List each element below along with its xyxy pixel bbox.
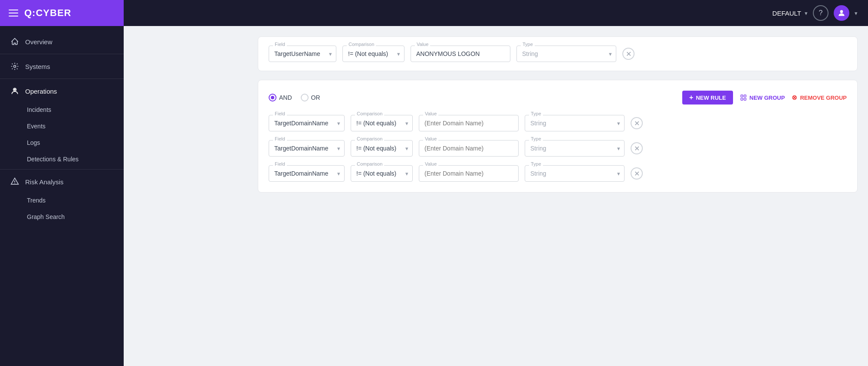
rule1-type-select[interactable]: String [525, 115, 625, 131]
top-value-input[interactable] [411, 46, 510, 62]
rule3-value-wrapper: Value [419, 165, 519, 182]
home-icon [10, 37, 19, 46]
rule1-type-label: Type [529, 111, 543, 116]
sidebar-item-label-operations: Operations [25, 88, 57, 95]
sidebar-item-detections-rules[interactable]: Detections & Rules [0, 151, 124, 167]
rule3-type-wrapper: Type String [525, 165, 625, 182]
sidebar-item-events[interactable]: Events [0, 118, 124, 134]
radio-group: AND OR [269, 94, 320, 101]
topbar-avatar-chevron-icon[interactable]: ▾ [855, 10, 858, 16]
top-field-wrapper: Field TargetUserName [269, 46, 336, 62]
radio-and-label: AND [279, 94, 292, 101]
rule2-remove-button[interactable]: ✕ [631, 142, 643, 154]
top-comparison-label: Comparison [347, 42, 376, 47]
rule1-value-label: Value [423, 111, 438, 116]
rule-row-3: Field TargetDomainName Comparison != (No… [269, 165, 847, 182]
risk-analysis-icon [10, 177, 19, 186]
sidebar-header: Q:CYBER [0, 0, 124, 26]
rule1-field-select[interactable]: TargetDomainName [269, 115, 345, 131]
rule2-field-select[interactable]: TargetDomainName [269, 140, 345, 157]
rule2-value-label: Value [423, 136, 438, 141]
rule2-field-wrapper: Field TargetDomainName [269, 140, 345, 157]
topbar-default-chevron-icon: ▾ [805, 10, 808, 16]
new-rule-button[interactable]: + NEW RULE [682, 91, 733, 105]
top-remove-button[interactable]: ✕ [622, 48, 635, 60]
new-group-button[interactable]: NEW GROUP [740, 94, 785, 101]
sidebar-item-operations[interactable]: Operations [0, 81, 124, 101]
svg-point-0 [14, 65, 16, 68]
rule2-value-input[interactable] [419, 140, 519, 157]
topbar: DEFAULT ▾ ? ▾ [124, 0, 868, 26]
rule3-comparison-wrapper: Comparison != (Not equals) [351, 165, 413, 182]
rule3-value-input[interactable] [419, 165, 519, 182]
sidebar-item-label-risk-analysis: Risk Analysis [25, 178, 63, 186]
rule3-comparison-select[interactable]: != (Not equals) [351, 165, 413, 182]
sidebar-item-logs[interactable]: Logs [0, 134, 124, 151]
sidebar-item-incidents[interactable]: Incidents [0, 101, 124, 118]
rule1-field-wrapper: Field TargetDomainName [269, 115, 345, 131]
group-header: AND OR + NEW RULE NEW GROUP [269, 91, 847, 105]
user-icon [837, 9, 846, 17]
topbar-default-selector[interactable]: DEFAULT ▾ [773, 10, 808, 17]
remove-group-icon: ⊗ [792, 94, 797, 101]
rule2-field-label: Field [273, 136, 287, 141]
radio-and[interactable]: AND [269, 94, 292, 101]
rule2-comparison-label: Comparison [355, 136, 384, 141]
hamburger-menu-icon[interactable] [9, 10, 18, 16]
app-logo: Q:CYBER [24, 7, 71, 19]
rule-row-1: Field TargetDomainName Comparison != (No… [269, 115, 847, 131]
sidebar-item-label-systems: Systems [25, 63, 50, 70]
top-rule-row: Field TargetUserName Comparison != (Not … [269, 46, 847, 62]
top-type-select[interactable]: String [516, 46, 616, 62]
rule1-comparison-wrapper: Comparison != (Not equals) [351, 115, 413, 131]
top-comparison-select[interactable]: != (Not equals) [342, 46, 404, 62]
rule-group-card: AND OR + NEW RULE NEW GROUP [258, 80, 858, 193]
remove-group-button[interactable]: ⊗ REMOVE GROUP [792, 94, 847, 101]
svg-rect-6 [741, 98, 743, 100]
radio-or-label: OR [311, 94, 320, 101]
rule1-comparison-label: Comparison [355, 111, 384, 116]
new-group-icon [740, 94, 747, 101]
top-field-label: Field [273, 42, 287, 47]
rule1-value-input[interactable] [419, 115, 519, 131]
topbar-avatar[interactable] [834, 5, 849, 21]
svg-rect-7 [744, 98, 746, 100]
rule1-remove-button[interactable]: ✕ [631, 117, 643, 129]
sidebar-nav: Overview Systems Operations Incidents Ev… [0, 26, 124, 366]
rule2-value-wrapper: Value [419, 140, 519, 157]
rule-row-2: Field TargetDomainName Comparison != (No… [269, 140, 847, 157]
top-field-select[interactable]: TargetUserName [269, 46, 336, 62]
top-rule-card: Field TargetUserName Comparison != (Not … [258, 36, 858, 71]
sidebar-item-overview[interactable]: Overview [0, 31, 124, 52]
sidebar-item-risk-analysis[interactable]: Risk Analysis [0, 171, 124, 192]
rule1-comparison-select[interactable]: != (Not equals) [351, 115, 413, 131]
rule3-field-select[interactable]: TargetDomainName [269, 165, 345, 182]
top-value-label: Value [415, 42, 430, 47]
radio-or[interactable]: OR [301, 94, 320, 101]
topbar-help-button[interactable]: ? [813, 5, 829, 21]
new-group-label: NEW GROUP [750, 95, 785, 101]
plus-icon: + [689, 94, 693, 101]
sidebar-item-systems[interactable]: Systems [0, 56, 124, 77]
rule3-value-label: Value [423, 161, 438, 167]
top-value-wrapper: Value [411, 46, 510, 62]
rule2-comparison-wrapper: Comparison != (Not equals) [351, 140, 413, 157]
systems-icon [10, 62, 19, 71]
rule3-remove-button[interactable]: ✕ [631, 167, 643, 180]
rule3-type-label: Type [529, 161, 543, 167]
group-actions: + NEW RULE NEW GROUP ⊗ REMOVE GROUP [682, 91, 847, 105]
main-content: Field TargetUserName Comparison != (Not … [247, 26, 868, 366]
operations-icon [10, 87, 19, 95]
svg-rect-4 [741, 95, 743, 97]
rule2-type-select[interactable]: String [525, 140, 625, 157]
sidebar-item-trends[interactable]: Trends [0, 192, 124, 209]
rule2-type-label: Type [529, 136, 543, 141]
sidebar-item-graph-search[interactable]: Graph Search [0, 209, 124, 225]
rule3-type-select[interactable]: String [525, 165, 625, 182]
rule3-comparison-label: Comparison [355, 161, 384, 167]
svg-point-3 [840, 10, 843, 13]
remove-group-label: REMOVE GROUP [800, 95, 847, 101]
rule2-comparison-select[interactable]: != (Not equals) [351, 140, 413, 157]
rule1-type-wrapper: Type String [525, 115, 625, 131]
top-comparison-wrapper: Comparison != (Not equals) [342, 46, 404, 62]
